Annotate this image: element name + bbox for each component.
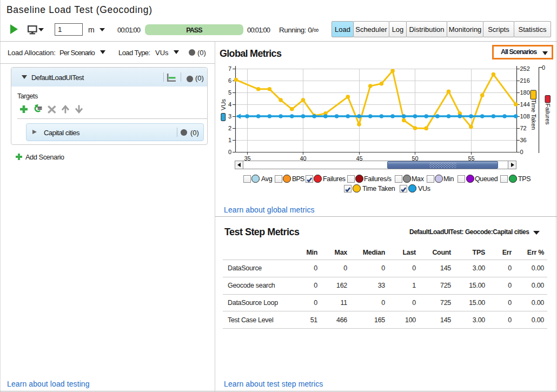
svg-text:0: 0: [542, 64, 545, 71]
svg-text:108: 108: [520, 113, 530, 119]
svg-text:0: 0: [228, 149, 231, 155]
svg-text:36: 36: [520, 137, 527, 143]
svg-text:7: 7: [228, 65, 231, 72]
svg-text:144: 144: [520, 101, 530, 108]
svg-text:Time Taken: Time Taken: [531, 99, 537, 130]
svg-text:0: 0: [520, 149, 523, 155]
svg-text:5: 5: [228, 89, 231, 96]
svg-text:72: 72: [520, 125, 527, 131]
svg-text:VUs: VUs: [220, 99, 227, 110]
svg-text:252: 252: [520, 65, 530, 72]
svg-text:2: 2: [228, 125, 231, 131]
svg-text:Failures: Failures: [545, 103, 551, 125]
svg-text:1: 1: [228, 137, 231, 143]
svg-text:216: 216: [520, 77, 530, 84]
svg-text:6: 6: [228, 77, 231, 84]
svg-text:3: 3: [228, 113, 231, 119]
svg-text:180: 180: [520, 89, 530, 96]
svg-text:4: 4: [228, 101, 231, 108]
